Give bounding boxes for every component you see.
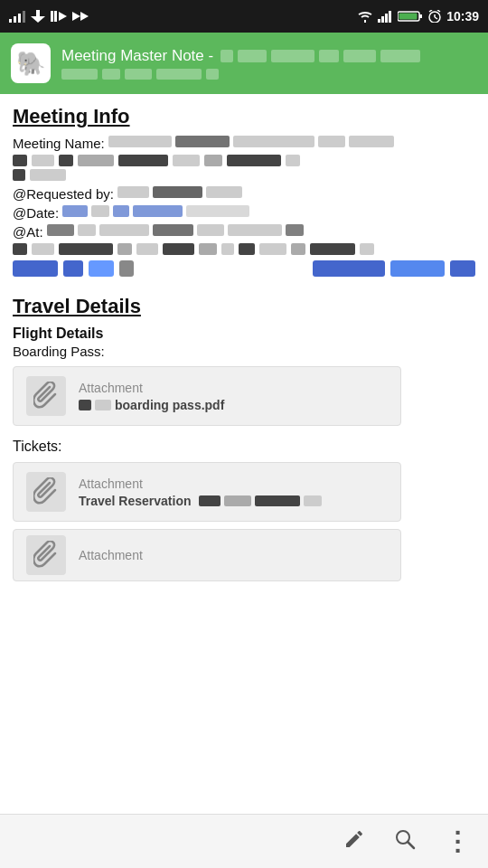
- requested-by-value3: [206, 186, 242, 198]
- requested-by-value: [117, 186, 149, 198]
- cell-signal-icon: [378, 10, 392, 23]
- at-value5: [197, 224, 224, 236]
- app-title: Meeting Master Note -: [61, 47, 213, 65]
- edit-button[interactable]: [343, 828, 365, 855]
- date-value: [62, 205, 88, 217]
- svg-rect-1: [14, 16, 16, 23]
- paperclip-icon2: [33, 477, 59, 506]
- svg-marker-5: [31, 16, 45, 23]
- pencil-icon: [343, 828, 365, 850]
- attachment-info3: Attachment: [79, 548, 143, 562]
- meeting-name-value2: [175, 136, 230, 147]
- date-value5: [186, 205, 249, 217]
- more-options-button[interactable]: ⋮: [445, 829, 470, 854]
- attachment-title: Attachment: [79, 381, 224, 395]
- redact: [32, 155, 54, 166]
- date-value2: [91, 205, 109, 217]
- header-dot: [206, 69, 219, 80]
- redact: [78, 155, 114, 166]
- redact: [310, 243, 355, 255]
- attachment-filename2: Travel Reservation: [79, 494, 322, 508]
- redact: [227, 155, 281, 166]
- svg-line-21: [429, 10, 432, 12]
- search-button[interactable]: [394, 828, 416, 855]
- header-dot: [319, 50, 339, 62]
- svg-rect-17: [399, 14, 418, 20]
- blue-block: [13, 260, 58, 277]
- meeting-name-row: Meeting Name:: [13, 136, 475, 151]
- header-dot: [125, 69, 152, 80]
- redact: [204, 155, 222, 166]
- boarding-pass-label: Boarding Pass:: [13, 344, 475, 359]
- paperclip-icon3: [33, 541, 59, 570]
- status-right: 10:39: [358, 9, 479, 24]
- header-dot: [343, 50, 376, 62]
- at-value7: [286, 224, 304, 236]
- svg-rect-4: [36, 10, 40, 17]
- svg-marker-9: [72, 12, 80, 21]
- header-dot: [221, 50, 233, 62]
- redact: [32, 243, 54, 255]
- svg-rect-6: [51, 11, 53, 22]
- svg-rect-3: [23, 11, 25, 23]
- paperclip-icon: [33, 382, 59, 410]
- svg-line-22: [437, 10, 440, 12]
- redact: [13, 243, 27, 255]
- boarding-pass-attachment[interactable]: Attachment boarding pass.pdf: [13, 366, 401, 426]
- svg-rect-13: [385, 14, 388, 23]
- alarm-icon: [428, 10, 441, 23]
- tickets-label: Tickets:: [13, 439, 475, 455]
- svg-line-20: [435, 17, 437, 19]
- redact: [95, 400, 111, 410]
- meeting-info-heading: Meeting Info: [13, 105, 475, 128]
- header-content: Meeting Master Note -: [61, 47, 477, 80]
- at-value6: [228, 224, 282, 236]
- blue-block: [390, 260, 445, 277]
- date-row: @Date:: [13, 205, 475, 221]
- battery-icon: [398, 10, 423, 23]
- blue-block: [450, 260, 475, 277]
- meeting-name-label: Meeting Name:: [13, 136, 105, 151]
- travel-reservation-attachment[interactable]: Attachment Travel Reservation: [13, 462, 401, 522]
- date-value4: [133, 205, 183, 217]
- meeting-name-value5: [349, 136, 394, 147]
- travel-details-heading: Travel Details: [13, 295, 475, 318]
- redact: [239, 243, 255, 255]
- header-dot: [156, 69, 202, 80]
- redact: [291, 243, 305, 255]
- redact: [13, 155, 27, 166]
- at-value4: [153, 224, 193, 236]
- at-value2: [78, 224, 96, 236]
- requested-by-value2: [153, 186, 202, 198]
- meeting-name-value4: [318, 136, 345, 147]
- status-time: 10:39: [446, 9, 479, 24]
- app-logo: 🐘: [11, 43, 51, 83]
- requested-by-label: @Requested by:: [13, 186, 114, 202]
- date-label: @Date:: [13, 205, 59, 221]
- meeting-name-row2: [13, 155, 475, 166]
- svg-rect-7: [54, 11, 57, 22]
- svg-rect-16: [419, 14, 422, 18]
- svg-line-24: [408, 842, 414, 848]
- status-left: [9, 10, 89, 23]
- attachment-title3: Attachment: [79, 548, 143, 562]
- third-attachment[interactable]: Attachment: [13, 529, 401, 581]
- app-header: 🐘 Meeting Master Note -: [0, 33, 488, 94]
- blue-block: [89, 260, 114, 277]
- meeting-name-value: [108, 136, 172, 147]
- meeting-name-value3: [233, 136, 314, 147]
- attachment-icon: [26, 376, 66, 416]
- wifi-icon: [358, 10, 372, 23]
- redact: [163, 243, 194, 255]
- attachment-filename: boarding pass.pdf: [79, 398, 224, 412]
- redact: [79, 400, 91, 410]
- meeting-name-row3: [13, 169, 475, 181]
- redact: [199, 243, 217, 255]
- extra-row1: [13, 243, 475, 255]
- flight-details-label: Flight Details: [13, 326, 475, 342]
- svg-marker-8: [59, 12, 67, 21]
- redact: [286, 155, 300, 166]
- blue-highlight-row: [13, 260, 475, 277]
- svg-marker-10: [80, 12, 89, 21]
- attachment-icon3: [26, 535, 66, 575]
